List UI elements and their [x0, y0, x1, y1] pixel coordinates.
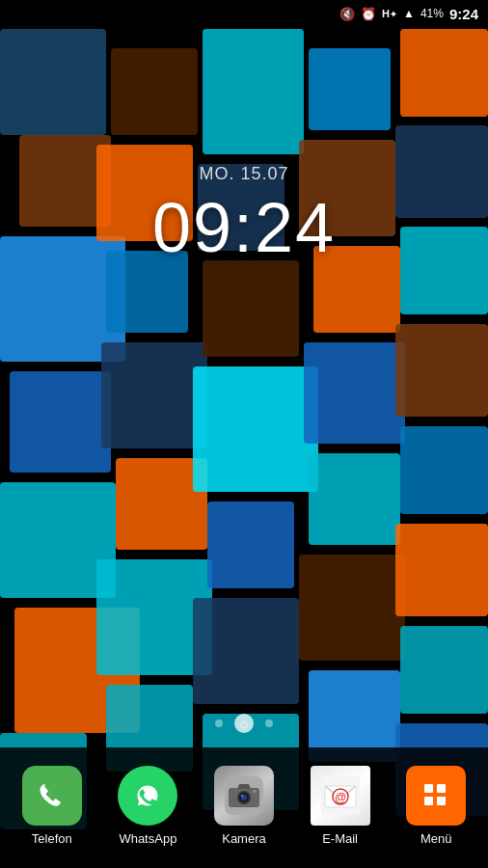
- signal-icon: ▲: [403, 7, 415, 20]
- svg-rect-13: [418, 777, 454, 814]
- svg-rect-8: [253, 790, 257, 793]
- svg-marker-3: [237, 784, 251, 789]
- page-dot-3[interactable]: [265, 719, 273, 727]
- wallpaper: [0, 0, 488, 868]
- mute-icon: 🔇: [339, 7, 355, 21]
- kamera-icon: [214, 766, 274, 826]
- dock-item-telefon[interactable]: Telefon: [9, 766, 95, 846]
- clock-date: MO. 15.07: [152, 164, 336, 184]
- svg-rect-15: [437, 784, 446, 793]
- telefon-label: Telefon: [32, 831, 72, 846]
- svg-text:@: @: [335, 791, 346, 804]
- status-bar: 🔇 ⏰ H✦ ▲ 41% 9:24: [0, 0, 488, 27]
- status-time: 9:24: [449, 6, 478, 22]
- page-dot-1[interactable]: [215, 719, 223, 727]
- telefon-icon: [22, 766, 82, 826]
- dock-item-kamera[interactable]: Kamera: [201, 766, 287, 846]
- svg-rect-14: [424, 784, 433, 793]
- whatsapp-label: WhatsApp: [119, 831, 176, 846]
- kamera-label: Kamera: [222, 831, 266, 846]
- home-dots: ⌂: [215, 714, 273, 733]
- dock-item-email[interactable]: @ E-Mail: [297, 766, 384, 846]
- whatsapp-icon: [118, 766, 177, 826]
- battery-label: 41%: [420, 7, 444, 20]
- svg-rect-17: [437, 797, 446, 805]
- network-icon: H✦: [382, 8, 397, 19]
- clock-time: 09:24: [152, 188, 336, 267]
- email-label: E-Mail: [322, 831, 358, 846]
- menu-label: Menü: [420, 831, 452, 846]
- dock-item-menu[interactable]: Menü: [393, 766, 479, 846]
- home-button[interactable]: ⌂: [234, 714, 254, 733]
- alarm-icon: ⏰: [361, 7, 376, 21]
- svg-rect-16: [424, 797, 433, 805]
- email-icon: @: [311, 766, 370, 826]
- dock-item-whatsapp[interactable]: WhatsApp: [104, 766, 191, 846]
- clock-widget: MO. 15.07 09:24: [152, 164, 336, 267]
- svg-point-7: [241, 795, 243, 797]
- menu-icon: [406, 766, 466, 826]
- dock: Telefon WhatsApp: [0, 747, 488, 868]
